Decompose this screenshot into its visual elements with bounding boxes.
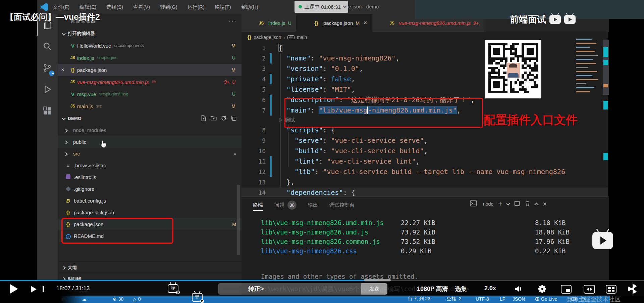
maximize-panel-icon[interactable] — [534, 203, 539, 207]
close-panel-icon[interactable]: × — [543, 200, 547, 208]
code-line: 11 "lint": "vue-cli-service lint", — [241, 156, 608, 167]
minimap-line — [576, 87, 602, 89]
broadcast-icon — [535, 297, 539, 301]
send-danmaku-button[interactable]: 发送 — [361, 283, 387, 295]
code-token: "private" — [286, 75, 323, 83]
speed-button[interactable]: 2.0x — [484, 285, 496, 292]
tab-label: index.js — [268, 20, 285, 26]
js-file-icon: JS — [388, 21, 396, 26]
player-settings-gear-icon[interactable] — [537, 284, 547, 295]
new-terminal-icon[interactable]: + — [498, 200, 502, 208]
editor-tab[interactable]: JSindex.jsU — [241, 14, 297, 32]
language-item[interactable]: JSON — [513, 296, 525, 302]
menu-item[interactable]: 文件(F) — [53, 4, 69, 10]
asset-path: lib\vue-msg-nimeng826.css — [241, 246, 401, 256]
search-icon[interactable] — [37, 36, 58, 57]
play-button[interactable] — [10, 284, 18, 294]
line-number: 4 — [241, 74, 266, 84]
open-editor-item[interactable]: ×{}package.jsonM — [58, 64, 241, 76]
open-editor-item[interactable]: JSindex.jssrc\pluginsU — [58, 52, 241, 64]
vscode-logo-icon — [40, 3, 48, 11]
volume-icon[interactable] — [514, 284, 523, 295]
breadcrumb-separator: › — [283, 35, 285, 40]
more-actions-icon[interactable]: ··· — [229, 17, 237, 25]
close-icon[interactable]: × — [58, 67, 68, 73]
menu-item[interactable]: 编辑(E) — [79, 4, 96, 10]
file-name: package.json — [77, 67, 107, 73]
run-debug-icon[interactable] — [37, 79, 58, 100]
project-actions — [201, 115, 237, 121]
sidebar-scrollbar[interactable] — [237, 185, 240, 255]
code-token: "lint" — [294, 157, 319, 165]
close-icon[interactable]: × — [364, 19, 367, 27]
folder-item[interactable]: public — [58, 136, 241, 148]
folder-item[interactable]: src● — [58, 148, 241, 160]
code-line: 14 "dependencies": { — [241, 187, 608, 197]
collapse-all-icon[interactable] — [231, 115, 237, 121]
video-frame: 文件(F)编辑(E)选择(S)查看(V)转到(G)运行(R)终端(T)帮助(H)… — [0, 0, 644, 303]
web-fullscreen-icon[interactable] — [606, 285, 616, 294]
next-episode-button[interactable] — [31, 286, 37, 293]
breadcrumb-symbol[interactable]: main — [297, 35, 307, 40]
errors-item[interactable]: ⊗ 30 — [113, 296, 123, 302]
project-section-header[interactable]: DEMO — [58, 112, 241, 124]
shell-selector[interactable]: node — [483, 201, 493, 207]
source-control-icon[interactable] — [37, 57, 58, 79]
split-terminal-icon[interactable] — [514, 201, 520, 207]
code-token: "MIT" — [331, 85, 351, 93]
menu-item[interactable]: 选择(S) — [106, 4, 123, 10]
indentation-item[interactable]: 空格: 2 — [447, 296, 462, 302]
panel-tab[interactable]: 终端 — [253, 197, 263, 213]
panel-tab[interactable]: 问题30 — [274, 197, 297, 213]
refresh-icon[interactable] — [221, 115, 227, 121]
menu-item[interactable]: 查看(V) — [133, 4, 150, 10]
danmaku-toggle-icon[interactable]: 弹⃠ — [168, 284, 178, 293]
pip-icon[interactable] — [561, 285, 572, 294]
open-editor-item[interactable]: Vmsg.vuesrc\plugins\msgU — [58, 88, 241, 100]
code-token: "serve" — [294, 136, 323, 144]
open-editors-header[interactable]: 打开的编辑器 — [58, 28, 241, 40]
panel-tab[interactable]: 输出 — [308, 197, 318, 213]
asset-gzip-size: 8.18 KiB — [535, 218, 566, 227]
menu-item[interactable]: 终端(T) — [215, 4, 231, 10]
chevron-down-icon[interactable] — [506, 202, 510, 205]
file-item[interactable]: Bbabel.config.js — [58, 195, 241, 207]
minimap[interactable] — [576, 39, 602, 97]
eol-item[interactable]: LF — [500, 296, 505, 302]
open-editor-item[interactable]: VHelloWorld.vuesrc\componentsM — [58, 40, 241, 52]
tab-badge: 9+, — [473, 20, 480, 26]
extensions-icon[interactable] — [37, 100, 58, 122]
class-status-widget[interactable]: 上课中 01:06:31 — [294, 1, 348, 13]
editor-tab[interactable]: {}package.jsonM× — [297, 14, 372, 32]
json-file-icon: {} — [248, 35, 251, 40]
widescreen-icon[interactable] — [584, 285, 595, 294]
episodes-button[interactable]: 选集 — [455, 285, 467, 293]
warnings-item[interactable]: △ 0 — [133, 296, 141, 302]
line-number: 6 — [241, 95, 266, 105]
sidebar-section-0[interactable]: 大纲 — [58, 261, 241, 273]
encoding-item[interactable]: UTF-8 — [476, 296, 489, 302]
folder-item[interactable]: node_modules — [58, 124, 241, 136]
file-item[interactable]: {}package-lock.json — [58, 207, 241, 218]
go-live-item[interactable]: Go Live — [535, 296, 557, 302]
breadcrumb-file[interactable]: package.json — [254, 35, 281, 40]
menu-item[interactable]: 帮助(H) — [241, 4, 258, 10]
breadcrumb[interactable]: {} package.json › abc main — [241, 32, 608, 43]
file-item[interactable]: .gitignore — [58, 183, 241, 195]
file-item[interactable]: ≡.browserslistrc — [58, 160, 241, 171]
danmaku-settings-icon[interactable]: 弹● — [192, 293, 203, 302]
file-item[interactable]: .eslintrc.js — [58, 171, 241, 183]
menu-item[interactable]: 转到(G) — [160, 4, 177, 10]
cursor-position-item[interactable]: 行 7, 列 23 — [408, 296, 430, 302]
fullscreen-icon[interactable] — [627, 284, 638, 295]
open-editor-item[interactable]: JSmain.jssrcM — [58, 100, 241, 112]
new-folder-icon[interactable] — [211, 115, 217, 121]
panel-tab[interactable]: 调试控制台 — [329, 197, 355, 213]
section-title: 大纲 — [68, 265, 77, 271]
danmaku-input[interactable]: 请先答题 转正> 发送 — [218, 283, 387, 295]
kill-terminal-icon[interactable] — [525, 201, 530, 207]
quality-button[interactable]: 1080P 高清 — [417, 285, 448, 293]
open-editor-item[interactable]: JSvue-msg-nimeng826.umd.min.jslib9+, U — [58, 76, 241, 88]
menu-item[interactable]: 运行(R) — [187, 4, 205, 10]
new-file-icon[interactable] — [201, 115, 207, 121]
